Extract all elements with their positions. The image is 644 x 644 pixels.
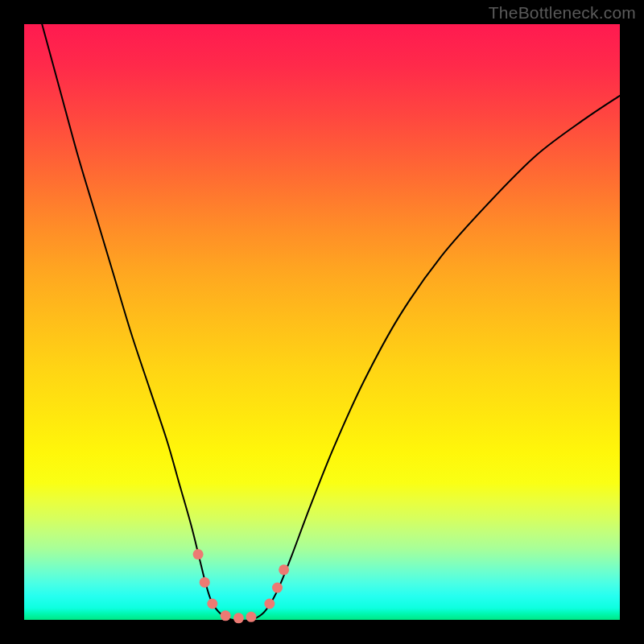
chart-marker: [200, 577, 210, 588]
chart-marker: [233, 613, 244, 623]
chart-marker: [221, 610, 231, 621]
curve-path: [42, 24, 620, 621]
chart-marker: [246, 612, 256, 622]
chart-marker: [272, 583, 283, 593]
chart-curve: [42, 24, 620, 621]
chart-marker: [279, 564, 289, 575]
chart-svg: [24, 24, 620, 620]
chart-marker: [207, 599, 217, 609]
watermark-text: TheBottleneck.com: [489, 3, 636, 23]
chart-marker: [264, 599, 275, 609]
chart-markers: [193, 549, 290, 623]
chart-marker: [193, 549, 204, 559]
